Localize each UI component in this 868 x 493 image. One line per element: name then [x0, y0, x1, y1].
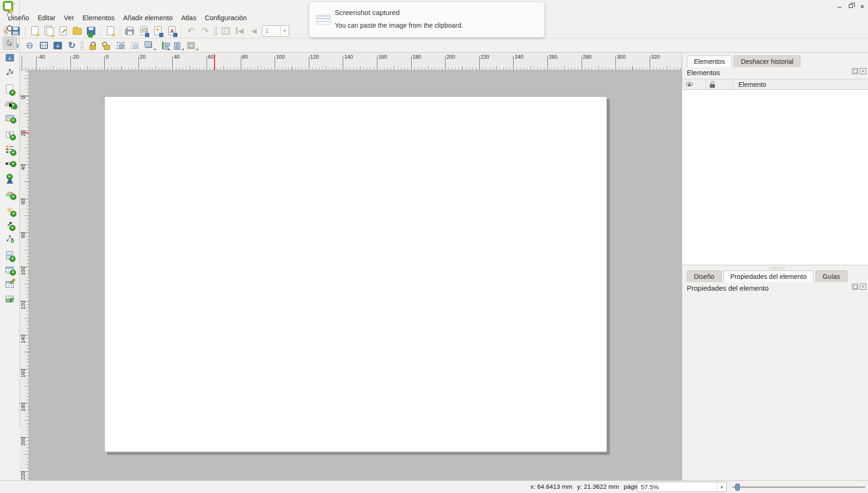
menu-editar[interactable]: Editar [33, 13, 60, 23]
notification-popup[interactable]: Screenshot captured You can paste the im… [309, 2, 545, 38]
add-map-tool[interactable] [3, 82, 17, 95]
toolbar-grip[interactable] [214, 26, 217, 36]
unlock-items-button[interactable] [100, 39, 114, 52]
hruler-label: 300 [615, 54, 625, 60]
menu-elementos[interactable]: Elementos [78, 13, 119, 23]
menu-ver[interactable]: Ver [60, 13, 78, 23]
ungroup-items-button[interactable] [128, 39, 142, 52]
restore-button[interactable] [846, 1, 855, 11]
zoom-out-button[interactable]: ⊖ [23, 39, 37, 52]
save-as-template-button[interactable] [84, 24, 98, 38]
dropdown-icon: ▾ [196, 47, 198, 52]
new-layout-button[interactable] [28, 24, 42, 38]
first-feature-button[interactable]: ◀ [233, 24, 247, 38]
zoom-actual-button[interactable]: 1:1 [37, 39, 51, 52]
page-star-icon [107, 26, 114, 35]
tab-guias[interactable]: Guías [815, 270, 847, 282]
hruler-label: 20 [138, 54, 146, 60]
hruler-label: 180 [411, 54, 421, 60]
add-scalebar-tool[interactable] [3, 157, 17, 170]
add-marker-tool[interactable]: ★ [3, 203, 17, 216]
zoom-1-1-icon: 1:1 [40, 42, 48, 49]
right-dock: Elementos Deshacer historial Elementos ×… [682, 53, 868, 480]
lock-column-header[interactable] [706, 79, 733, 89]
zoom-slider[interactable] [732, 486, 865, 488]
tab-elementos[interactable]: Elementos [687, 55, 732, 67]
element-column-header[interactable]: Elemento [733, 81, 766, 88]
tab-diseno[interactable]: Diseño [687, 270, 722, 282]
add-elevation-profile-tool[interactable] [3, 293, 17, 306]
duplicate-layout-button[interactable] [42, 24, 56, 38]
visibility-column-header[interactable] [682, 79, 706, 89]
atlas-preview-button[interactable] [219, 24, 233, 38]
undo-button[interactable]: ↶ [184, 24, 198, 38]
zoom-level-combobox[interactable]: 57.5% ▾ [637, 482, 727, 492]
folder-icon [73, 28, 82, 35]
redo-button[interactable]: ↷ [198, 24, 212, 38]
previous-feature-button[interactable]: ◀ [247, 24, 261, 38]
add-shape-tool[interactable] [3, 188, 17, 201]
pan-tool[interactable] [3, 8, 17, 21]
tab-propiedades-del-elemento[interactable]: Propiedades del elemento [723, 270, 814, 282]
add-marker-icon: ★ [6, 205, 14, 214]
layout-canvas[interactable] [29, 70, 682, 480]
print-button[interactable] [123, 24, 137, 38]
add-node-item-tool[interactable] [3, 232, 17, 245]
page-star-button[interactable] [103, 24, 117, 38]
elements-list[interactable] [682, 90, 868, 265]
align-items-button[interactable]: ▾ [156, 39, 170, 52]
combobox-dropdown-icon[interactable]: ▾ [717, 482, 726, 492]
menu-anadir-elemento[interactable]: Añadir elemento [119, 13, 177, 23]
menu-atlas[interactable]: Atlas [177, 13, 200, 23]
add-label-tool[interactable]: T [3, 128, 17, 141]
resize-items-button[interactable]: ▾ [184, 39, 198, 52]
add-north-arrow-tool[interactable] [3, 174, 17, 187]
zoom-level-value: 57.5% [638, 484, 717, 491]
add-items-from-template-button[interactable] [70, 24, 84, 38]
layout-manager-button[interactable] [56, 24, 70, 38]
hruler-label: 240 [513, 54, 523, 60]
float-panel-icon[interactable] [852, 68, 858, 74]
move-item-content-tool[interactable]: ↔↕ [3, 51, 17, 64]
close-panel-icon[interactable]: × [860, 284, 866, 290]
menu-configuracion[interactable]: Configuración [200, 13, 251, 23]
add-attribute-table-tool[interactable] [3, 263, 17, 277]
zoom-full-button[interactable]: ↔↕ [51, 39, 65, 52]
distribute-items-button[interactable]: ▾ [170, 39, 184, 52]
close-button[interactable]: × [858, 1, 867, 11]
hruler-label: 200 [445, 54, 455, 60]
vruler-label: 120 [20, 301, 26, 313]
align-icon [162, 42, 164, 49]
minimize-button[interactable]: – [835, 1, 844, 11]
add-attribute-table-icon [6, 267, 14, 273]
select-move-item-tool[interactable] [3, 37, 17, 50]
hruler-label: 220 [479, 54, 489, 60]
add-picture-tool[interactable] [3, 111, 17, 124]
group-items-button[interactable] [114, 39, 128, 52]
export-pdf-button[interactable] [165, 24, 179, 38]
toolbar-grip[interactable] [80, 41, 84, 50]
notification-body: You can paste the image from the clipboa… [335, 22, 463, 29]
add-html-tool[interactable]: </> [3, 249, 17, 262]
tab-deshacer-historial[interactable]: Deshacer historial [734, 55, 800, 67]
close-panel-icon[interactable]: × [860, 68, 866, 74]
layout-page[interactable] [104, 96, 607, 452]
raise-items-button[interactable]: ▾ [142, 39, 156, 52]
refresh-view-button[interactable]: ↻ [65, 39, 79, 52]
atlas-page-spinbox[interactable]: 1 ▾ [262, 25, 289, 37]
horizontal-ruler: -40-200204060801001201401601802002202402… [20, 53, 682, 70]
export-image-button[interactable] [137, 24, 151, 38]
add-arrow-tool[interactable]: ↗ [3, 217, 17, 231]
vruler-label: 220 [20, 471, 26, 480]
float-panel-icon[interactable] [852, 284, 858, 290]
zoom-slider-handle[interactable] [735, 484, 740, 491]
spinbox-dropdown-icon[interactable]: ▾ [280, 26, 289, 36]
lock-items-button[interactable] [85, 39, 100, 52]
edit-nodes-tool[interactable] [3, 66, 17, 79]
export-svg-button[interactable] [151, 24, 165, 38]
ungroup-icon [131, 42, 138, 49]
zoom-tool[interactable] [3, 22, 17, 35]
splitter-grip[interactable] [769, 267, 785, 270]
add-fixed-table-tool[interactable] [3, 278, 17, 291]
add-legend-tool[interactable] [3, 143, 17, 156]
